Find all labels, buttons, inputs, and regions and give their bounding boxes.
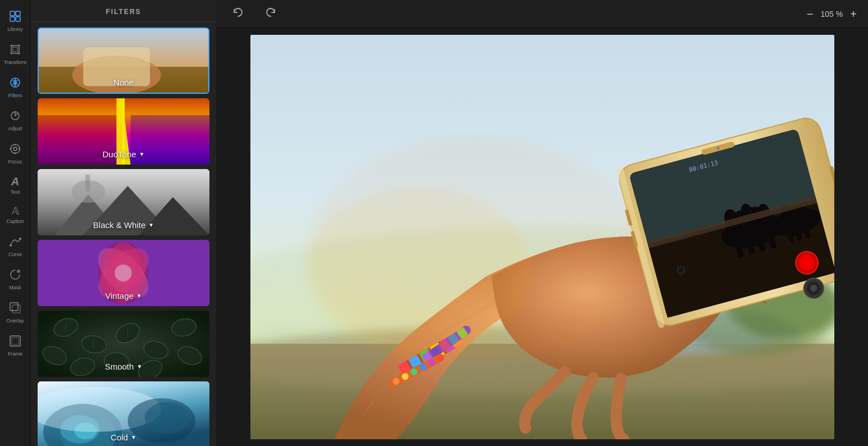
- sidebar-item-adjust[interactable]: Adjust: [0, 104, 31, 137]
- adjust-label: Adjust: [8, 126, 22, 131]
- frame-label: Frame: [8, 351, 22, 357]
- filter-duotone-label: DuoTone ▼: [38, 149, 209, 159]
- svg-rect-3: [16, 17, 20, 21]
- filter-none-label: None: [39, 78, 208, 87]
- toolbar: − 105 % +: [216, 0, 868, 28]
- sidebar-item-text[interactable]: A Text: [0, 170, 31, 201]
- svg-rect-24: [12, 338, 19, 344]
- sidebar-item-mask[interactable]: Mask: [0, 263, 31, 296]
- svg-rect-0: [10, 11, 15, 16]
- svg-point-19: [19, 238, 21, 240]
- filters-icon: [9, 76, 21, 90]
- filter-smooth-label: Smooth ▼: [38, 362, 209, 371]
- sidebar-item-focus[interactable]: Focus: [0, 137, 31, 170]
- transform-icon: [9, 43, 21, 57]
- frame-icon: [9, 335, 21, 349]
- zoom-out-button[interactable]: −: [807, 8, 814, 20]
- caption-label: Caption: [6, 219, 24, 224]
- focus-label: Focus: [8, 159, 22, 165]
- sidebar-item-caption[interactable]: 𝔸 Caption: [0, 201, 31, 230]
- smooth-dropdown-icon[interactable]: ▼: [136, 363, 142, 370]
- filter-cold-label: Cold ▼: [38, 433, 209, 442]
- curve-label: Curve: [8, 252, 22, 257]
- svg-point-6: [11, 53, 12, 54]
- undo-button[interactable]: [227, 4, 249, 24]
- svg-point-4: [11, 45, 12, 47]
- zoom-control: − 105 % +: [807, 8, 857, 20]
- tool-sidebar: Library Transform Filters: [0, 0, 31, 446]
- zoom-in-button[interactable]: +: [850, 8, 857, 20]
- filters-list: None DuoTone ▼: [31, 22, 216, 446]
- filters-panel: FILTERS: [31, 0, 216, 446]
- svg-point-13: [13, 147, 17, 151]
- svg-point-66: [145, 402, 190, 434]
- svg-point-7: [19, 53, 20, 54]
- svg-rect-37: [85, 175, 90, 192]
- text-label: Text: [11, 189, 20, 195]
- adjust-icon: [9, 110, 21, 124]
- sidebar-item-curve[interactable]: Curve: [0, 230, 31, 263]
- filter-cold[interactable]: Cold ▼: [38, 381, 209, 446]
- library-label: Library: [7, 26, 23, 32]
- svg-rect-21: [10, 303, 18, 311]
- cold-dropdown-icon[interactable]: ▼: [131, 434, 136, 440]
- overlay-icon: [9, 302, 21, 316]
- filter-duotone[interactable]: DuoTone ▼: [38, 98, 209, 165]
- filter-smooth[interactable]: Smooth ▼: [38, 311, 209, 377]
- svg-point-18: [10, 244, 12, 247]
- svg-point-135: [307, 186, 531, 355]
- canvas-area: 00:01:13: [216, 28, 868, 446]
- vintage-dropdown-icon[interactable]: ▼: [136, 293, 142, 299]
- mask-label: Mask: [9, 285, 21, 290]
- text-icon: A: [11, 176, 19, 187]
- svg-point-5: [19, 45, 20, 47]
- sidebar-item-transform[interactable]: Transform: [0, 38, 31, 71]
- filters-header: FILTERS: [31, 0, 216, 22]
- curve-icon: [9, 235, 21, 249]
- filters-label: Filters: [8, 93, 22, 98]
- filter-vintage[interactable]: Vintage ▼: [38, 240, 209, 306]
- sidebar-item-filters[interactable]: Filters: [0, 71, 31, 104]
- svg-point-12: [11, 144, 20, 153]
- duotone-dropdown-icon[interactable]: ▼: [139, 151, 145, 157]
- transform-label: Transform: [4, 60, 27, 65]
- main-image: 00:01:13: [250, 35, 834, 439]
- bw-dropdown-icon[interactable]: ▼: [148, 222, 154, 228]
- caption-icon: 𝔸: [12, 206, 19, 216]
- mask-icon: [9, 268, 21, 283]
- sidebar-item-overlay[interactable]: Overlay: [0, 296, 31, 329]
- sidebar-item-frame[interactable]: Frame: [0, 329, 31, 362]
- svg-rect-22: [12, 305, 20, 313]
- zoom-value: 105 %: [817, 10, 846, 19]
- filter-none[interactable]: None: [38, 28, 209, 94]
- overlay-label: Overlay: [6, 318, 24, 324]
- filter-vintage-label: Vintage ▼: [38, 291, 209, 301]
- svg-rect-1: [16, 11, 20, 16]
- library-icon: [9, 10, 21, 24]
- filter-bw-label: Black & White ▼: [38, 220, 209, 230]
- focus-icon: [9, 143, 21, 157]
- svg-point-20: [17, 270, 20, 273]
- main-area: − 105 % +: [216, 0, 868, 446]
- svg-rect-2: [10, 17, 15, 21]
- filter-black-white[interactable]: Black & White ▼: [38, 169, 209, 235]
- redo-button[interactable]: [260, 4, 281, 24]
- sidebar-item-library[interactable]: Library: [0, 4, 31, 38]
